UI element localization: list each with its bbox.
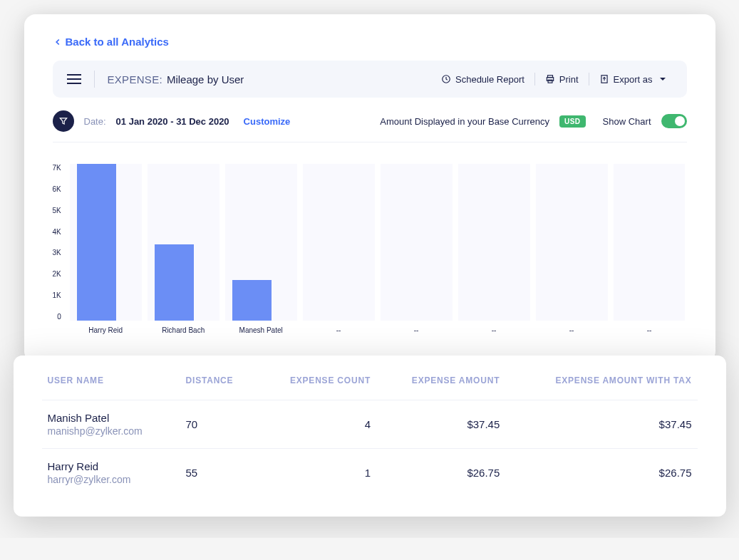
cell-count: 4 xyxy=(257,400,376,449)
cell-distance: 55 xyxy=(180,449,257,497)
x-label: -- xyxy=(614,326,686,334)
user-email: manishp@zylker.com xyxy=(48,425,175,437)
schedule-report-button[interactable]: Schedule Report xyxy=(434,74,532,85)
x-label: Manesh Patel xyxy=(225,326,297,334)
x-label: Harry Reid xyxy=(70,326,142,334)
title-prefix: EXPENSE: xyxy=(108,73,162,85)
cell-amount-tax: $26.75 xyxy=(505,449,697,497)
user-email: harryr@zylker.com xyxy=(48,474,175,485)
user-name: Harry Reid xyxy=(48,460,175,472)
back-link[interactable]: Back to all Analytics xyxy=(53,36,687,48)
y-tick: 7K xyxy=(53,164,61,172)
bar-slot xyxy=(225,164,297,321)
x-label: Richard Bach xyxy=(148,326,219,334)
export-label: Export as xyxy=(614,74,653,85)
print-button[interactable]: Print xyxy=(538,74,586,85)
print-label: Print xyxy=(559,74,579,85)
bar[interactable] xyxy=(232,280,272,321)
filter-row: Date: 01 Jan 2020 - 31 Dec 2020 Customiz… xyxy=(53,98,687,142)
export-button[interactable]: Export as xyxy=(592,74,673,85)
page-title: EXPENSE: Mileage by User xyxy=(108,73,422,85)
bar-slot xyxy=(70,164,142,321)
x-label: -- xyxy=(458,326,530,334)
svg-marker-6 xyxy=(60,118,66,124)
chart-x-labels: Harry ReidRichard BachManesh Patel------… xyxy=(70,326,687,334)
cell-distance: 70 xyxy=(180,400,257,449)
cell-amount: $37.45 xyxy=(376,400,505,449)
filter-button[interactable] xyxy=(53,110,74,132)
main-card: Back to all Analytics EXPENSE: Mileage b… xyxy=(24,14,715,363)
cell-amount-tax: $37.45 xyxy=(505,400,697,449)
y-tick: 1K xyxy=(53,291,61,299)
x-label: -- xyxy=(536,326,608,334)
show-chart-toggle[interactable] xyxy=(661,114,687,128)
col-expense-amount-tax: EXPENSE AMOUNT WITH TAX xyxy=(505,356,697,400)
cell-amount: $26.75 xyxy=(376,449,505,497)
chart-body: Harry ReidRichard BachManesh Patel------… xyxy=(70,164,687,334)
export-icon xyxy=(599,74,609,84)
cell-count: 1 xyxy=(257,449,376,497)
divider xyxy=(94,71,95,88)
caret-down-icon xyxy=(660,78,666,81)
chart-bars xyxy=(70,164,687,321)
bar-slot xyxy=(148,164,219,321)
menu-icon[interactable] xyxy=(67,74,81,84)
col-expense-count: EXPENSE COUNT xyxy=(257,356,376,400)
y-tick: 4K xyxy=(53,228,61,236)
mileage-table: USER NAME DISTANCE EXPENSE COUNT EXPENSE… xyxy=(42,356,698,497)
bar-slot xyxy=(614,164,686,321)
toolbar-actions: Schedule Report Print Export as xyxy=(434,73,673,85)
chevron-left-icon xyxy=(53,37,63,47)
x-label: -- xyxy=(303,326,375,334)
date-label: Date: xyxy=(84,116,106,127)
bar-slot xyxy=(536,164,608,321)
chart-y-axis: 7K6K5K4K3K2K1K0 xyxy=(53,164,61,321)
bar-slot xyxy=(303,164,375,321)
base-currency-label: Amount Displayed in your Base Currency xyxy=(380,116,549,127)
y-tick: 6K xyxy=(53,185,61,193)
toolbar: EXPENSE: Mileage by User Schedule Report… xyxy=(53,61,687,98)
y-tick: 2K xyxy=(53,270,61,278)
customize-link[interactable]: Customize xyxy=(244,116,291,127)
col-username: USER NAME xyxy=(42,356,180,400)
bar[interactable] xyxy=(155,244,195,321)
show-chart-label: Show Chart xyxy=(603,116,651,127)
title-main: Mileage by User xyxy=(167,73,244,85)
table-row[interactable]: Manish Patelmanishp@zylker.com704$37.45$… xyxy=(42,400,698,449)
y-tick: 5K xyxy=(53,207,61,214)
back-label: Back to all Analytics xyxy=(66,36,169,48)
currency-badge: USD xyxy=(559,115,586,128)
date-value: 01 Jan 2020 - 31 Dec 2020 xyxy=(116,116,229,127)
y-tick: 3K xyxy=(53,249,61,256)
x-label: -- xyxy=(381,326,453,334)
divider xyxy=(589,73,589,85)
funnel-icon xyxy=(58,116,68,126)
chart: 7K6K5K4K3K2K1K0 Harry ReidRichard BachMa… xyxy=(53,142,687,334)
bar-slot xyxy=(381,164,453,321)
bar-slot xyxy=(458,164,530,321)
divider xyxy=(534,73,535,85)
print-icon xyxy=(545,74,555,84)
schedule-label: Schedule Report xyxy=(455,74,524,85)
clock-icon xyxy=(441,74,451,84)
y-tick: 0 xyxy=(57,313,61,321)
bar[interactable] xyxy=(77,164,117,321)
col-expense-amount: EXPENSE AMOUNT xyxy=(376,356,505,400)
col-distance: DISTANCE xyxy=(180,356,257,400)
table-row[interactable]: Harry Reidharryr@zylker.com551$26.75$26.… xyxy=(42,449,698,497)
user-name: Manish Patel xyxy=(48,412,175,424)
table-card: USER NAME DISTANCE EXPENSE COUNT EXPENSE… xyxy=(14,356,726,517)
